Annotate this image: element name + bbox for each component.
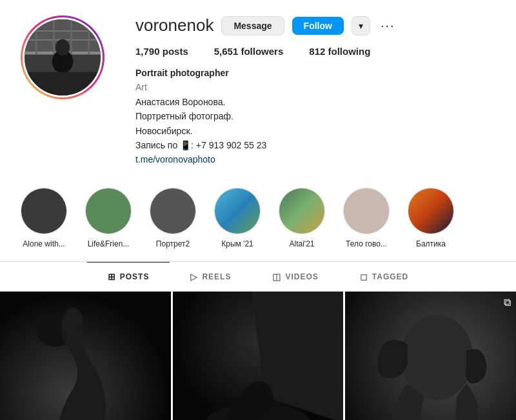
story-item-4[interactable]: Altai'21	[279, 188, 325, 248]
story-label: Alone with...	[23, 239, 64, 248]
multi-post-icon: ⧉	[504, 297, 511, 308]
posts-stat[interactable]: 1,790 posts	[135, 46, 188, 57]
following-count: 812	[309, 46, 325, 57]
profile-bio: Portrait photographer Art Анастасия Воро…	[135, 66, 495, 167]
bio-line3: Новосибирск.	[135, 124, 495, 138]
profile-stats: 1,790 posts 5,651 followers 812 followin…	[135, 46, 495, 57]
story-label: Балтика	[416, 239, 446, 248]
followers-count: 5,651	[214, 46, 239, 57]
tagged-tab-icon: ◻	[360, 272, 368, 282]
story-circle	[85, 188, 132, 234]
followers-stat[interactable]: 5,651 followers	[214, 46, 284, 57]
story-item-2[interactable]: Портрет2	[150, 188, 196, 248]
post-item[interactable]	[0, 292, 171, 420]
dropdown-button[interactable]: ▾	[352, 16, 370, 35]
posts-tab-icon: ⊞	[108, 272, 116, 282]
posts-label: posts	[163, 46, 188, 57]
tab-posts[interactable]: ⊞POSTS	[87, 262, 170, 291]
posts-grid: ⧉	[0, 292, 516, 420]
story-circle	[214, 188, 261, 234]
story-circle	[279, 188, 325, 234]
following-label: following	[328, 46, 371, 57]
bio-category: Art	[135, 80, 495, 94]
profile-top-row: voronenok Message Follow ▾ ···	[135, 15, 495, 35]
tab-tagged[interactable]: ◻TAGGED	[339, 262, 429, 291]
message-button[interactable]: Message	[221, 16, 284, 35]
story-item-3[interactable]: Крым '21	[214, 188, 261, 248]
profile-header: voronenok Message Follow ▾ ··· 1,790 pos…	[0, 0, 516, 177]
story-label: Altai'21	[290, 239, 315, 248]
reels-tab-icon: ▷	[190, 272, 198, 282]
stories-section: Alone with...Life&Frien...Портрет2Крым '…	[0, 177, 516, 262]
story-circle	[150, 188, 196, 234]
tagged-tab-label: TAGGED	[372, 272, 408, 281]
tab-videos[interactable]: ◫VIDEOS	[252, 262, 339, 291]
story-label: Life&Frien...	[88, 239, 130, 248]
svg-rect-11	[25, 72, 101, 95]
story-circle	[21, 188, 67, 234]
post-item[interactable]	[173, 292, 344, 420]
svg-point-10	[55, 39, 70, 55]
story-item-5[interactable]: Тело гово...	[343, 188, 390, 248]
reels-tab-label: REELS	[202, 272, 231, 281]
avatar-ring	[21, 15, 104, 99]
videos-tab-label: VIDEOS	[285, 272, 318, 281]
chevron-down-icon: ▾	[359, 21, 363, 31]
story-item-1[interactable]: Life&Frien...	[85, 188, 132, 248]
tabs-section: ⊞POSTS▷REELS◫VIDEOS◻TAGGED	[0, 262, 516, 292]
bio-name: Portrait photographer	[135, 66, 495, 80]
posts-count: 1,790	[135, 46, 160, 57]
story-item-0[interactable]: Alone with...	[21, 188, 67, 248]
videos-tab-icon: ◫	[272, 272, 281, 282]
story-item-6[interactable]: Балтика	[408, 188, 454, 248]
more-options-button[interactable]: ···	[378, 18, 398, 33]
bio-line2: Портретный фотограф.	[135, 109, 495, 123]
follow-button[interactable]: Follow	[292, 17, 344, 35]
story-label: Крым '21	[221, 239, 253, 248]
story-label: Портрет2	[156, 239, 190, 248]
username: voronenok	[135, 15, 213, 35]
following-stat[interactable]: 812 following	[309, 46, 370, 57]
posts-tab-label: POSTS	[120, 272, 150, 281]
profile-info: voronenok Message Follow ▾ ··· 1,790 pos…	[135, 15, 495, 167]
story-circle	[343, 188, 390, 234]
post-item[interactable]: ⧉	[345, 292, 516, 420]
story-circle	[408, 188, 454, 234]
bio-line4: Запись по 📱: +7 913 902 55 23	[135, 138, 495, 152]
bio-line1: Анастасия Воронова.	[135, 95, 495, 109]
tab-reels[interactable]: ▷REELS	[170, 262, 252, 291]
bio-link[interactable]: t.me/voronovaphoto	[135, 154, 215, 165]
story-label: Тело гово...	[346, 239, 387, 248]
avatar	[23, 17, 103, 97]
followers-label: followers	[241, 46, 283, 57]
